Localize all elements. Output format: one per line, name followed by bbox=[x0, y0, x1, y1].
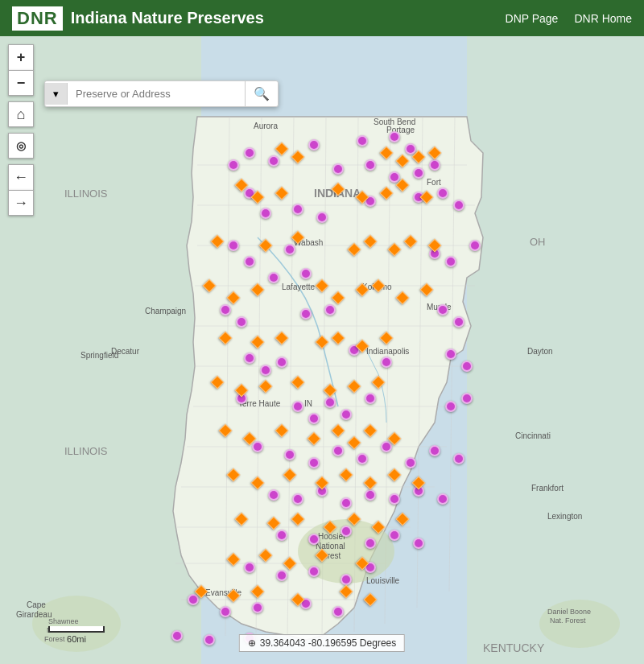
purple-circle-marker[interactable] bbox=[228, 159, 239, 171]
purple-circle-marker[interactable] bbox=[461, 361, 473, 372]
orange-diamond-marker[interactable] bbox=[229, 555, 238, 564]
purple-circle-marker[interactable] bbox=[413, 167, 424, 179]
purple-circle-marker[interactable] bbox=[300, 308, 312, 320]
purple-circle-marker[interactable] bbox=[252, 602, 263, 613]
orange-diamond-marker[interactable] bbox=[277, 333, 287, 343]
purple-circle-marker[interactable] bbox=[341, 497, 352, 509]
orange-diamond-marker[interactable] bbox=[237, 180, 246, 190]
orange-diamond-marker[interactable] bbox=[213, 237, 222, 246]
orange-diamond-marker[interactable] bbox=[204, 281, 214, 291]
orange-diamond-marker[interactable] bbox=[430, 241, 440, 250]
purple-circle-marker[interactable] bbox=[284, 449, 295, 460]
purple-circle-marker[interactable] bbox=[292, 401, 303, 412]
orange-diamond-marker[interactable] bbox=[333, 333, 343, 343]
orange-diamond-marker[interactable] bbox=[309, 434, 319, 443]
orange-diamond-marker[interactable] bbox=[374, 377, 383, 387]
purple-circle-marker[interactable] bbox=[308, 534, 320, 545]
purple-circle-marker[interactable] bbox=[357, 135, 368, 146]
orange-diamond-marker[interactable] bbox=[317, 337, 327, 347]
orange-diamond-marker[interactable] bbox=[325, 386, 335, 395]
orange-diamond-marker[interactable] bbox=[317, 478, 327, 488]
purple-circle-marker[interactable] bbox=[453, 453, 464, 464]
purple-circle-marker[interactable] bbox=[389, 131, 400, 142]
purple-circle-marker[interactable] bbox=[292, 204, 303, 215]
purple-circle-marker[interactable] bbox=[389, 493, 400, 505]
orange-diamond-marker[interactable] bbox=[333, 293, 343, 303]
orange-diamond-marker[interactable] bbox=[333, 184, 343, 194]
purple-circle-marker[interactable] bbox=[268, 155, 279, 167]
purple-circle-marker[interactable] bbox=[204, 634, 215, 645]
orange-diamond-marker[interactable] bbox=[261, 381, 270, 391]
orange-diamond-marker[interactable] bbox=[221, 333, 230, 343]
purple-circle-marker[interactable] bbox=[308, 566, 320, 577]
orange-diamond-marker[interactable] bbox=[349, 381, 359, 391]
purple-circle-marker[interactable] bbox=[341, 526, 352, 537]
purple-circle-marker[interactable] bbox=[244, 353, 255, 364]
purple-circle-marker[interactable] bbox=[308, 413, 320, 424]
orange-diamond-marker[interactable] bbox=[253, 192, 262, 202]
purple-circle-marker[interactable] bbox=[405, 457, 416, 468]
purple-circle-marker[interactable] bbox=[365, 159, 376, 171]
purple-circle-marker[interactable] bbox=[365, 393, 376, 404]
zoom-in-button[interactable]: + bbox=[8, 44, 34, 70]
orange-diamond-marker[interactable] bbox=[398, 156, 407, 166]
orange-diamond-marker[interactable] bbox=[325, 522, 335, 532]
purple-circle-marker[interactable] bbox=[357, 453, 368, 464]
search-button[interactable]: 🔍 bbox=[245, 81, 278, 106]
orange-diamond-marker[interactable] bbox=[261, 551, 270, 560]
orange-diamond-marker[interactable] bbox=[293, 152, 303, 162]
purple-circle-marker[interactable] bbox=[453, 200, 464, 211]
purple-circle-marker[interactable] bbox=[236, 316, 247, 328]
orange-diamond-marker[interactable] bbox=[293, 377, 303, 387]
orange-diamond-marker[interactable] bbox=[253, 337, 262, 347]
orange-diamond-marker[interactable] bbox=[285, 559, 295, 568]
purple-circle-marker[interactable] bbox=[437, 493, 448, 505]
purple-circle-marker[interactable] bbox=[365, 489, 376, 501]
purple-circle-marker[interactable] bbox=[429, 445, 440, 456]
orange-diamond-marker[interactable] bbox=[229, 591, 238, 600]
orange-diamond-marker[interactable] bbox=[398, 293, 407, 303]
orange-diamond-marker[interactable] bbox=[422, 192, 431, 202]
purple-circle-marker[interactable] bbox=[171, 630, 183, 641]
orange-diamond-marker[interactable] bbox=[341, 470, 351, 480]
orange-diamond-marker[interactable] bbox=[374, 522, 383, 532]
search-input[interactable] bbox=[68, 83, 245, 105]
purple-circle-marker[interactable] bbox=[413, 538, 424, 549]
orange-diamond-marker[interactable] bbox=[422, 285, 431, 295]
orange-diamond-marker[interactable] bbox=[398, 514, 407, 524]
purple-circle-marker[interactable] bbox=[276, 530, 287, 541]
purple-circle-marker[interactable] bbox=[260, 365, 271, 376]
orange-diamond-marker[interactable] bbox=[430, 148, 440, 158]
purple-circle-marker[interactable] bbox=[220, 304, 231, 316]
purple-circle-marker[interactable] bbox=[268, 489, 279, 501]
purple-circle-marker[interactable] bbox=[332, 606, 344, 617]
orange-diamond-marker[interactable] bbox=[357, 559, 367, 568]
orange-diamond-marker[interactable] bbox=[245, 434, 254, 443]
purple-circle-marker[interactable] bbox=[324, 397, 336, 408]
purple-circle-marker[interactable] bbox=[341, 574, 352, 585]
purple-circle-marker[interactable] bbox=[437, 188, 448, 199]
purple-circle-marker[interactable] bbox=[365, 538, 376, 549]
purple-circle-marker[interactable] bbox=[308, 457, 320, 468]
orange-diamond-marker[interactable] bbox=[365, 237, 375, 246]
home-button[interactable]: ⌂ bbox=[8, 101, 34, 127]
purple-circle-marker[interactable] bbox=[381, 357, 392, 368]
purple-circle-marker[interactable] bbox=[332, 445, 344, 456]
orange-diamond-marker[interactable] bbox=[349, 438, 359, 447]
orange-diamond-marker[interactable] bbox=[365, 478, 375, 488]
orange-diamond-marker[interactable] bbox=[390, 245, 399, 254]
orange-diamond-marker[interactable] bbox=[237, 386, 246, 395]
orange-diamond-marker[interactable] bbox=[357, 192, 367, 202]
purple-circle-marker[interactable] bbox=[276, 357, 287, 368]
purple-circle-marker[interactable] bbox=[445, 256, 456, 267]
orange-diamond-marker[interactable] bbox=[398, 180, 407, 190]
purple-circle-marker[interactable] bbox=[429, 159, 440, 171]
orange-diamond-marker[interactable] bbox=[285, 470, 295, 480]
orange-diamond-marker[interactable] bbox=[349, 245, 359, 254]
purple-circle-marker[interactable] bbox=[316, 212, 328, 223]
purple-circle-marker[interactable] bbox=[260, 208, 271, 219]
purple-circle-marker[interactable] bbox=[445, 348, 456, 360]
purple-circle-marker[interactable] bbox=[332, 163, 344, 175]
orange-diamond-marker[interactable] bbox=[382, 188, 391, 198]
purple-circle-marker[interactable] bbox=[220, 606, 231, 617]
